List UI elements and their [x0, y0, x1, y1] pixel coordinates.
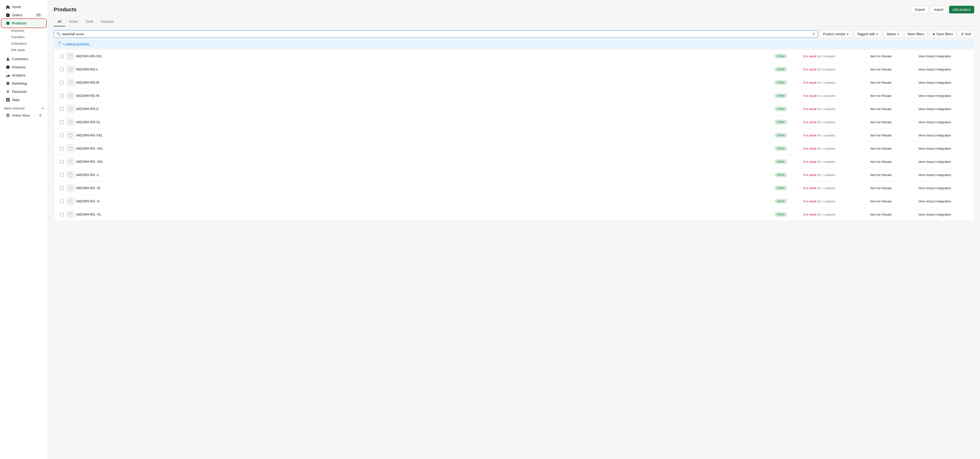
tab-archived[interactable]: Archived — [97, 17, 118, 26]
export-button[interactable]: Export — [912, 6, 928, 13]
product-vendor-12: Venn Intacct Integration — [918, 200, 971, 203]
sidebar-item-home[interactable]: Home — [2, 3, 46, 11]
product-status-5: Active — [775, 106, 803, 111]
sort-button[interactable]: ⇵ Sort — [958, 30, 974, 38]
table-row[interactable]: 0401WH-RG-S Active 0 in stock for 1 vari… — [54, 102, 974, 116]
product-name-13: 0402WH-RG -XL — [76, 213, 775, 216]
table-row[interactable]: 0401WH-RG-XL Active 0 in stock for 1 var… — [54, 116, 974, 129]
row-checkbox-cell — [57, 200, 67, 203]
table-row[interactable]: 0401WH-RG-L Active 0 in stock for 2 vari… — [54, 63, 974, 76]
table-row[interactable]: 0402WH-RG -S Active 0 in stock for 1 var… — [54, 195, 974, 208]
sidebar-item-discounts[interactable]: Discounts — [2, 88, 46, 95]
tagged-with-filter-button[interactable]: Tagged with ▼ — [854, 30, 882, 38]
product-stock-5: 0 in stock for 1 variants — [803, 107, 870, 111]
row-checkbox-5[interactable] — [60, 107, 64, 111]
product-thumbnail-7 — [67, 131, 75, 139]
home-icon — [6, 5, 10, 9]
row-checkbox-4[interactable] — [60, 94, 64, 98]
row-checkbox-cell — [57, 54, 67, 58]
search-box: 🔍 ✕ — [54, 30, 818, 38]
sidebar-item-customers-label: Customers — [12, 57, 28, 61]
row-checkbox-cell — [57, 121, 67, 124]
search-input[interactable] — [62, 32, 811, 36]
svg-rect-12 — [69, 121, 72, 124]
sidebar-item-home-label: Home — [12, 5, 21, 9]
product-vendor-2: Venn Intacct Integration — [918, 68, 971, 71]
sidebar-sub-item-transfers[interactable]: Transfers — [2, 34, 46, 40]
product-name-3: 0401WH-RG-M — [76, 81, 775, 84]
add-channel-icon[interactable]: + — [42, 106, 44, 111]
product-stock-7: 0 in stock for 1 variants — [803, 133, 870, 137]
product-vendor-6: Venn Intacct Integration — [918, 121, 971, 124]
row-checkbox-7[interactable] — [60, 133, 64, 137]
row-checkbox-10[interactable] — [60, 173, 64, 177]
product-category-7: Item for Resale — [870, 133, 918, 137]
table-row[interactable]: 0402WH-RG -3XL Active 0 in stock for 1 v… — [54, 142, 974, 155]
product-thumbnail-6 — [67, 118, 75, 126]
row-checkbox-3[interactable] — [60, 81, 64, 84]
import-button[interactable]: Import — [930, 6, 947, 13]
product-status-13: Active — [775, 212, 803, 217]
product-category-11: Item for Resale — [870, 186, 918, 190]
status-filter-button[interactable]: Status ▼ — [883, 30, 902, 38]
product-name-1: 0401WH-RG-3XL — [76, 54, 775, 58]
sidebar-sub-item-inventory[interactable]: Inventory — [2, 28, 46, 33]
main-content: Products Export Import Add product All A… — [48, 0, 980, 459]
tab-draft[interactable]: Draft — [82, 17, 97, 26]
product-category-12: Item for Resale — [870, 200, 918, 203]
sidebar-item-analytics[interactable]: Analytics — [2, 71, 46, 79]
table-row[interactable]: 0401WH-RG-M Active 0 in stock for 1 vari… — [54, 76, 974, 89]
sidebar-item-products[interactable]: Products — [2, 19, 46, 27]
product-status-9: Active — [775, 159, 803, 164]
save-filters-button[interactable]: ★ Save filters — [929, 30, 956, 38]
product-vendor-7: Venn Intacct Integration — [918, 133, 971, 137]
store-icon — [6, 113, 10, 118]
sidebar-item-customers[interactable]: Customers — [2, 55, 46, 63]
table-row[interactable]: 0402WH-RG -4XL Active 0 in stock for 1 v… — [54, 155, 974, 168]
sidebar-item-orders[interactable]: Orders 67 — [2, 11, 46, 19]
add-product-button[interactable]: Add product — [949, 6, 974, 13]
product-name-12: 0402WH-RG -S — [76, 199, 775, 203]
product-vendor-filter-button[interactable]: Product vendor ▼ — [820, 30, 852, 38]
row-checkbox-cell — [57, 173, 67, 177]
table-row[interactable]: 0401WH-RG-M Active 0 in stock for 1 vari… — [54, 89, 974, 102]
sidebar-item-apps[interactable]: Apps — [2, 96, 46, 103]
sidebar-item-apps-label: Apps — [12, 98, 20, 102]
sidebar-item-online-store[interactable]: Online Store ⚙ — [2, 112, 46, 119]
product-thumbnail-3 — [67, 78, 75, 87]
row-checkbox-8[interactable] — [60, 147, 64, 150]
table-row[interactable]: 0401WH-RG-3XL Active 0 in stock for 1 va… — [54, 50, 974, 63]
row-checkbox-6[interactable] — [60, 121, 64, 124]
row-checkbox-9[interactable] — [60, 160, 64, 164]
table-row[interactable]: 0402WH-RG -M Active 0 in stock for 1 var… — [54, 181, 974, 195]
row-checkbox-12[interactable] — [60, 200, 64, 203]
product-category-5: Item for Resale — [870, 107, 918, 111]
tab-all[interactable]: All — [54, 17, 65, 26]
row-checkbox-1[interactable] — [60, 54, 64, 58]
row-checkbox-11[interactable] — [60, 186, 64, 190]
product-vendor-8: Venn Intacct Integration — [918, 147, 971, 150]
product-category-4: Item for Resale — [870, 94, 918, 98]
table-row[interactable]: 0402WH-RG -L Active 0 in stock for 1 var… — [54, 168, 974, 181]
row-checkbox-2[interactable] — [60, 68, 64, 71]
tab-active[interactable]: Active — [65, 17, 82, 26]
svg-point-0 — [6, 22, 10, 25]
product-name-8: 0402WH-RG -3XL — [76, 146, 775, 150]
sidebar-item-marketing[interactable]: Marketing — [2, 79, 46, 87]
product-category-13: Item for Resale — [870, 213, 918, 216]
sidebar-sub-item-gift-cards[interactable]: Gift cards — [2, 47, 46, 53]
table-row[interactable]: 0401WH-RG-XXL Active 0 in stock for 1 va… — [54, 129, 974, 142]
clear-search-button[interactable]: ✕ — [812, 32, 815, 36]
sidebar-sub-item-collections-label: Collections — [11, 42, 27, 45]
analytics-icon — [6, 73, 10, 78]
sidebar-item-finances[interactable]: Finances — [2, 63, 46, 71]
product-name-2: 0401WH-RG-L — [76, 67, 775, 71]
channel-settings-icon[interactable]: ⚙ — [39, 113, 42, 117]
row-checkbox-13[interactable] — [60, 213, 64, 216]
table-row[interactable]: 0402WH-RG -XL Active 0 in stock for 1 va… — [54, 208, 974, 221]
tagged-with-chevron-icon: ▼ — [876, 33, 878, 35]
page-title: Products — [54, 6, 76, 13]
customers-icon — [6, 57, 10, 61]
sidebar-sub-item-collections[interactable]: Collections — [2, 41, 46, 46]
more-filters-button[interactable]: More filters — [904, 30, 927, 38]
